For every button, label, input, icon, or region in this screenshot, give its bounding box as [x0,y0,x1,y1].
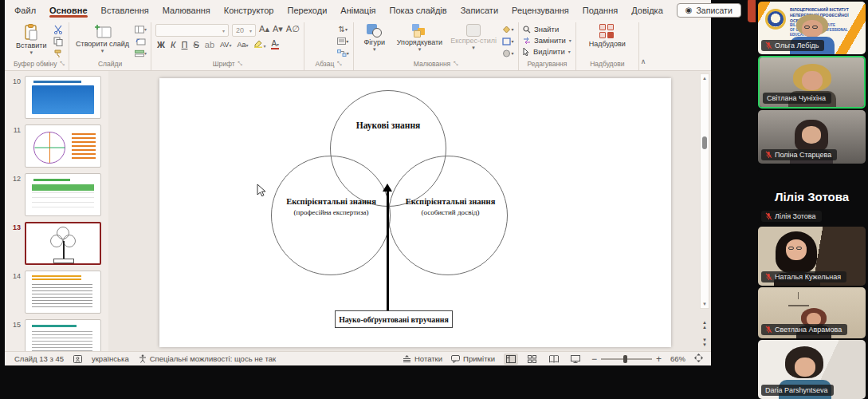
copy-icon[interactable] [53,36,65,46]
zoom-out-button[interactable]: − [591,354,597,365]
tab-insert[interactable]: Вставлення [101,2,149,18]
character-spacing-button[interactable]: AV▾ [220,41,231,49]
participant-tile-svitlana-chunikhina[interactable]: Світлана Чуніхіна [758,56,866,109]
tab-review[interactable]: Рецензування [512,2,569,18]
tab-animations[interactable]: Анімація [340,2,375,18]
interventions-box[interactable]: Науко-обґрунтовані втручання [335,310,453,328]
change-case-button[interactable]: Aa▾ [237,41,248,49]
vertical-scrollbar[interactable]: ▲ ▼ [700,73,709,309]
font-name-select[interactable]: ▾ [155,24,229,37]
underline-button[interactable]: П [182,40,188,49]
bold-button[interactable]: Ж [157,40,165,49]
comments-toggle[interactable]: Примітки [451,354,495,363]
zoom-slider[interactable] [601,358,652,360]
grow-font-button[interactable]: A▴ [259,24,269,37]
venn-label-personal: Експірієнтальні знання (особистий досвід… [391,196,510,217]
font-color-button[interactable]: A▾ [271,40,279,49]
quick-styles-button[interactable]: Експрес-стилі ▾ [448,22,499,53]
tab-slideshow[interactable]: Показ слайдів [390,2,447,18]
shape-fill-button[interactable]: ▾ [502,24,514,34]
addins-button[interactable]: Надбудови [587,22,628,49]
thumbnail-slide-13-selected[interactable]: 13 [6,222,105,265]
ribbon: Вставити ▾ Буфе [5,20,711,71]
editing-group: Знайти Замінити ▾ Виділити ▾ [519,22,576,70]
paste-button[interactable]: Вставити ▾ [14,22,49,57]
slide-layout-icon[interactable]: ▾ [135,24,147,34]
scrollbar-thumb[interactable] [702,136,707,149]
thumbnail-slide-14[interactable]: 14 [6,271,105,314]
participant-name: Ольга Лебідь [775,41,819,49]
thumbnail-slide-12[interactable]: 12 [6,173,105,216]
arrange-button[interactable]: Упорядкувати ▾ [395,22,445,54]
accessibility-status[interactable]: Спеціальні можливості: щось не так [139,354,276,363]
slide-sorter-view-button[interactable] [525,354,540,365]
normal-view-button[interactable] [504,354,518,365]
fit-to-window-button[interactable] [694,354,703,364]
thumbnail-slide-10[interactable]: 10 [6,76,105,119]
participant-tile-olha-lebid[interactable]: БІЛОЦЕРКІВСЬКИЙ ІНСТИТУТ НЕПЕРЕРВНОЇ ПРО… [758,2,866,54]
zoom-slider-thumb[interactable] [623,355,627,363]
participant-tile-natalya-kuzhelnaya[interactable]: Наталья Кужельная [758,227,866,286]
shape-outline-button[interactable]: ▾ [502,36,514,46]
record-button[interactable]: ◉ Записати [677,3,741,18]
language-indicator[interactable]: українська [92,354,129,363]
text-shadow-button[interactable]: ab [205,40,214,49]
tab-record[interactable]: Записати [461,2,498,18]
quick-styles-icon [466,24,481,37]
convert-smartart-button[interactable]: ▾ [337,48,349,58]
reset-slide-icon[interactable] [135,36,147,46]
dialog-launcher-icon[interactable]: ⤡ [60,61,65,67]
previous-slide-button[interactable]: ▲▲ [700,320,709,330]
current-slide[interactable]: Наукові знання Експірієнтальні знання (п… [159,78,671,347]
thumbnail-slide-15[interactable]: 15 [6,319,105,351]
collapse-ribbon-button[interactable]: ∧ [639,22,651,70]
new-slide-button[interactable]: Створити слайд ▾ [73,22,132,56]
participant-tile-polina-startseva[interactable]: Поліна Старцева [758,110,866,164]
reading-view-button[interactable] [547,354,561,365]
participant-tile-liliya-zotova[interactable]: Лілія Зотова Лілія Зотова [758,168,866,225]
tab-design[interactable]: Конструктор [224,2,274,18]
dialog-launcher-icon[interactable]: ⤡ [337,61,342,67]
tab-view[interactable]: Подання [583,2,618,18]
strikethrough-button[interactable]: S [193,40,198,49]
slide-thumbnail-panel[interactable]: 10 11 12 13 14 [5,71,108,351]
find-button[interactable]: Знайти [523,25,571,34]
shapes-button[interactable]: Фігури ▾ [358,22,391,54]
arrow-shape[interactable] [387,191,389,310]
dialog-launcher-icon[interactable]: ⤡ [454,61,458,67]
participant-tile-daria-parshyntseva[interactable]: Daria Parshyntseva [758,340,866,399]
highlight-color-button[interactable]: ▾ [253,39,265,49]
zoom-level[interactable]: 66% [670,354,685,363]
tab-home[interactable]: Основне [49,2,88,18]
institute-logo [765,9,786,30]
slide-canvas[interactable]: Наукові знання Експірієнтальні знання (п… [108,71,711,351]
clear-formatting-button[interactable]: A∅ [286,24,300,37]
slideshow-view-button[interactable] [568,354,583,365]
chevron-down-icon: ▾ [101,48,104,54]
text-direction-button[interactable]: ⇅ ▾ [337,24,349,34]
italic-button[interactable]: К [171,40,175,49]
section-icon[interactable]: ▾ [135,48,147,58]
tab-file[interactable]: Файл [14,2,36,18]
display-settings-icon[interactable] [73,355,82,363]
shrink-font-button[interactable]: A▾ [273,24,283,37]
replace-button[interactable]: Замінити ▾ [523,36,571,45]
notes-toggle[interactable]: Нотатки [403,354,442,363]
select-button[interactable]: Виділити ▾ [523,47,571,56]
scroll-down-icon[interactable]: ▼ [702,302,707,306]
format-painter-icon[interactable] [53,48,65,58]
dialog-launcher-icon[interactable]: ⤡ [238,61,243,67]
cut-icon[interactable] [53,24,65,34]
next-slide-button[interactable]: ▼▼ [700,338,709,348]
align-text-button[interactable]: ▾ [337,36,349,46]
font-size-select[interactable]: 20▾ [232,24,256,37]
scroll-up-icon[interactable]: ▲ [702,76,707,81]
shape-effects-button[interactable]: ▾ [502,48,514,58]
tab-transitions[interactable]: Переходи [287,2,327,18]
thumbnail-slide-11[interactable]: 11 [6,124,105,168]
zoom-in-button[interactable]: + [656,354,662,365]
tab-help[interactable]: Довідка [631,2,663,18]
paste-icon [23,24,39,41]
tab-draw[interactable]: Малювання [163,2,210,18]
participant-tile-svetlana-avramova[interactable]: Светлана Аврамова [758,287,866,338]
